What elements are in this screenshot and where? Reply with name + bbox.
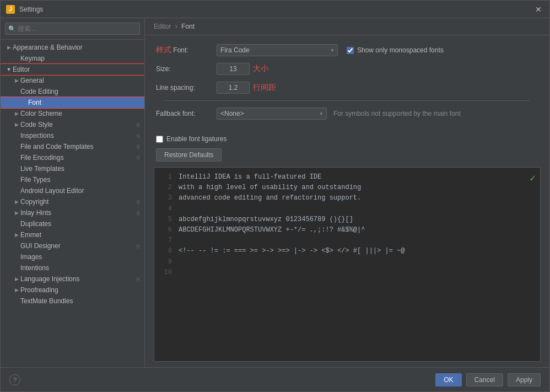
sidebar-item-images[interactable]: Images bbox=[1, 251, 144, 262]
font-word: Font: bbox=[173, 46, 188, 54]
sidebar-item-font[interactable]: Font bbox=[1, 97, 144, 108]
arrow-icon: ▶ bbox=[5, 44, 13, 51]
code-text: ABCDEFGHIJKLMNOPQRSTUVWXYZ +-*/= .,;:!? … bbox=[179, 225, 365, 235]
code-line: 4 bbox=[159, 204, 540, 214]
sidebar-item-color-scheme[interactable]: ▶ Color Scheme bbox=[1, 108, 144, 119]
ligatures-checkbox[interactable] bbox=[156, 136, 163, 143]
main-content: 🔍 ▶ Appearance & Behavior Keymap ▼ bbox=[1, 18, 549, 367]
settings-form: 样式 Font: Fira Code Sh bbox=[145, 35, 549, 135]
sidebar-item-general[interactable]: ▶ General bbox=[1, 75, 144, 86]
title-bar: J Settings ✕ bbox=[1, 1, 549, 18]
size-input[interactable] bbox=[217, 63, 250, 75]
font-dropdown[interactable]: Fira Code bbox=[217, 44, 338, 56]
code-text bbox=[179, 204, 182, 214]
sidebar-item-android-layout[interactable]: Android Layout Editor bbox=[1, 185, 144, 196]
sidebar: 🔍 ▶ Appearance & Behavior Keymap ▼ bbox=[1, 18, 145, 367]
sidebar-item-label: GUI Designer bbox=[20, 242, 137, 250]
restore-defaults-button[interactable]: Restore Defaults bbox=[156, 148, 222, 162]
search-input[interactable] bbox=[5, 23, 140, 35]
search-icon: 🔍 bbox=[8, 25, 16, 33]
size-row: Size: 大小 bbox=[156, 63, 538, 75]
sidebar-item-live-templates[interactable]: Live Templates bbox=[1, 163, 144, 174]
code-line: 2 with a high level of usability and out… bbox=[159, 182, 540, 193]
code-text bbox=[179, 267, 182, 278]
sidebar-item-label: Duplicates bbox=[20, 220, 140, 228]
code-text: advanced code editing and refactoring su… bbox=[179, 193, 361, 203]
sidebar-item-label: Code Style bbox=[20, 121, 137, 128]
cancel-button[interactable]: Cancel bbox=[466, 373, 503, 386]
line-number: 8 bbox=[159, 246, 172, 256]
code-line: 6 ABCDEFGHIJKLMNOPQRSTUVWXYZ +-*/= .,;:!… bbox=[159, 225, 540, 235]
close-button[interactable]: ✕ bbox=[533, 4, 544, 15]
arrow-icon bbox=[13, 132, 20, 139]
monospace-checkbox-row: Show only monospaced fonts bbox=[347, 46, 444, 54]
code-line: 8 <!-- -- != := === >= >-> >=> |-> -> <$… bbox=[159, 246, 540, 256]
sidebar-item-label: Live Templates bbox=[20, 165, 140, 173]
line-number: 9 bbox=[159, 257, 172, 267]
sidebar-item-label: File Types bbox=[20, 176, 140, 184]
fallback-hint: For symbols not supported by the main fo… bbox=[333, 110, 461, 117]
code-text: with a high level of usability and outst… bbox=[179, 182, 361, 193]
arrow-icon bbox=[13, 165, 20, 173]
sidebar-item-label: Editor bbox=[13, 66, 140, 73]
line-number: 7 bbox=[159, 235, 172, 246]
sidebar-item-language-injections[interactable]: ▶ Language Injections ⎘ bbox=[1, 273, 144, 284]
sidebar-item-label: Emmet bbox=[20, 231, 140, 239]
arrow-icon: ▶ bbox=[13, 286, 20, 294]
font-chinese-label: 样式 bbox=[156, 45, 171, 54]
code-text bbox=[179, 235, 182, 246]
sidebar-item-proofreading[interactable]: ▶ Proofreading bbox=[1, 284, 144, 296]
sidebar-item-inlay-hints[interactable]: ▶ Inlay Hints ⎘ bbox=[1, 207, 144, 218]
sidebar-item-duplicates[interactable]: Duplicates bbox=[1, 218, 144, 229]
fallback-row: Fallback font: <None> For symbols not su… bbox=[156, 108, 538, 120]
sidebar-item-gui-designer[interactable]: GUI Designer ⎘ bbox=[1, 240, 144, 251]
breadcrumb-separator: › bbox=[175, 23, 177, 30]
arrow-icon: ▶ bbox=[13, 110, 20, 117]
code-line: 5 abcdefghijklmnopqrstuvwxyz 0123456789 … bbox=[159, 214, 540, 225]
sidebar-item-label: File Encodings bbox=[20, 154, 137, 162]
sidebar-item-appearance[interactable]: ▶ Appearance & Behavior bbox=[1, 42, 144, 53]
sidebar-item-label: TextMate Bundles bbox=[20, 297, 140, 305]
copy-icon: ⎘ bbox=[137, 199, 140, 205]
ligatures-check: Enable font ligatures bbox=[156, 135, 538, 143]
sidebar-item-file-code-templates[interactable]: File and Code Templates ⎘ bbox=[1, 141, 144, 152]
sidebar-item-textmate[interactable]: TextMate Bundles bbox=[1, 296, 144, 307]
breadcrumb-current: Font bbox=[181, 23, 195, 30]
search-wrapper: 🔍 bbox=[5, 23, 140, 35]
copy-icon: ⎘ bbox=[137, 133, 140, 139]
sidebar-item-label: Code Editing bbox=[20, 88, 140, 95]
sidebar-item-copyright[interactable]: ▶ Copyright ⎘ bbox=[1, 196, 144, 207]
line-number: 1 bbox=[159, 172, 172, 182]
line-number: 6 bbox=[159, 225, 172, 235]
monospace-checkbox[interactable] bbox=[347, 47, 354, 54]
font-label-text: 样式 Font: bbox=[156, 46, 188, 54]
line-number: 10 bbox=[159, 267, 172, 278]
line-spacing-input[interactable] bbox=[217, 82, 250, 94]
sidebar-item-label: Inlay Hints bbox=[20, 209, 137, 217]
help-button[interactable]: ? bbox=[9, 374, 20, 385]
font-selector-row: Fira Code Show only monospaced fonts bbox=[217, 44, 444, 56]
sidebar-item-editor[interactable]: ▼ Editor bbox=[1, 64, 144, 75]
sidebar-item-file-types[interactable]: File Types bbox=[1, 174, 144, 185]
fallback-dropdown[interactable]: <None> bbox=[217, 108, 327, 120]
sidebar-item-intentions[interactable]: Intentions bbox=[1, 262, 144, 273]
sidebar-item-inspections[interactable]: Inspections ⎘ bbox=[1, 130, 144, 141]
font-dropdown-wrapper: Fira Code bbox=[217, 44, 338, 56]
sidebar-item-emmet[interactable]: ▶ Emmet bbox=[1, 229, 144, 240]
sidebar-item-file-encodings[interactable]: File Encodings ⎘ bbox=[1, 152, 144, 163]
sidebar-item-code-editing[interactable]: Code Editing bbox=[1, 86, 144, 97]
sidebar-item-keymap[interactable]: Keymap bbox=[1, 53, 144, 64]
font-row: 样式 Font: Fira Code Sh bbox=[156, 44, 538, 56]
ok-button[interactable]: OK bbox=[435, 373, 461, 386]
arrow-icon bbox=[20, 99, 28, 106]
sidebar-item-label: Images bbox=[20, 253, 140, 261]
preview-area: ✓ 1 IntelliJ IDEA is a full-featured IDE… bbox=[154, 167, 541, 362]
fallback-dropdown-wrapper: <None> bbox=[217, 108, 327, 120]
fallback-label: Fallback font: bbox=[156, 110, 217, 117]
apply-button[interactable]: Apply bbox=[508, 373, 541, 386]
sidebar-item-code-style[interactable]: ▶ Code Style ⎘ bbox=[1, 119, 144, 130]
settings-dialog: J Settings ✕ 🔍 ▶ Appearance & Behavior bbox=[0, 0, 550, 392]
monospace-label: Show only monospaced fonts bbox=[357, 46, 444, 54]
arrow-icon: ▶ bbox=[13, 231, 20, 239]
arrow-icon bbox=[13, 297, 20, 305]
